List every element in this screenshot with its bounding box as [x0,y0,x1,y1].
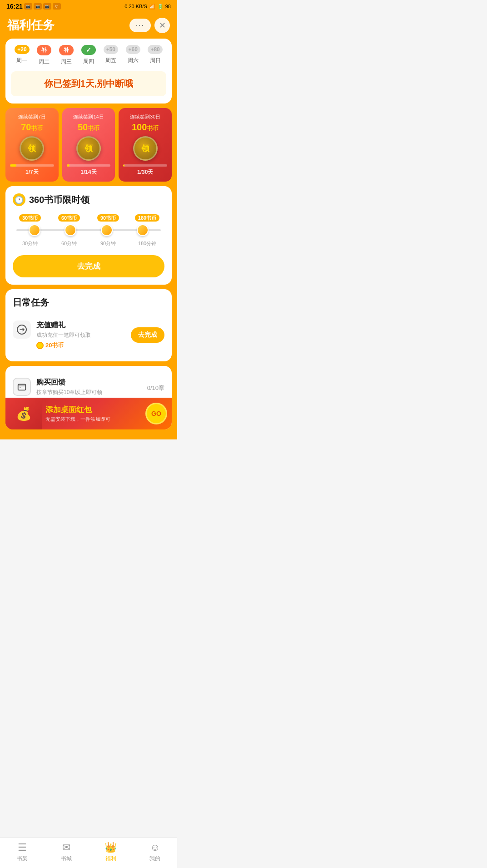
purchase-task-name: 购买回馈 [36,378,142,387]
reward-btn-30[interactable]: 领 [133,136,158,161]
recharge-action-button[interactable]: 去完成 [131,327,164,343]
reward-card-14-title: 连续签到14日 [73,113,104,120]
reward-cards: 连续签到7日 70书币 领 1/7天 连续签到14日 50书币 领 1/14天 [5,108,172,182]
reward-card-7-title: 连续签到7日 [18,113,46,120]
recharge-task-action: 去完成 [131,327,164,343]
track-label-4: 180分钟 [134,239,161,247]
status-left: 16:21 📷 📷 📷 🛡 [6,3,61,10]
money-icon: 💰 [16,406,32,421]
track-circle-2 [65,224,76,236]
reward-card-7[interactable]: 连续签到7日 70书币 领 1/7天 [5,108,59,182]
reward-progress-fill-30 [123,164,124,167]
day-label-thu: 周四 [83,58,94,65]
status-bar: 16:21 📷 📷 📷 🛡 0.20 KB/S 📶 🔋 98 [0,0,177,13]
banner-go-button[interactable]: GO [145,403,167,424]
day-badge-thu: ✓ [81,45,96,55]
recharge-task-reward: 20书币 [36,341,125,350]
day-item-fri: +50 周五 [99,45,122,64]
daily-section-title: 日常任务 [13,296,164,309]
day-badge-mon: +20 [15,45,29,54]
recharge-task-info: 充值赠礼 成功充值一笔即可领取 20书币 [36,321,125,350]
close-button[interactable]: ✕ [154,18,170,33]
purchase-task-desc: 按章节购买10章以上即可领 [36,389,142,396]
day-badge-wed: 补 [59,45,74,55]
go-complete-button[interactable]: 去完成 [13,255,164,277]
recharge-reward-amount: 20书币 [45,341,64,350]
track-point-3: 90书币 [94,213,122,222]
banner-main-text: 添加桌面红包 [45,404,142,415]
banner-sub-text: 无需安装下载，一件添加即可 [45,416,142,423]
page-wrapper: 16:21 📷 📷 📷 🛡 0.20 KB/S 📶 🔋 98 福利任务 ··· … [0,0,177,471]
purchase-section: 购买回馈 按章节购买10章以上即可领 0/10章 💰 添加桌面红包 无需安装下载… [5,366,172,429]
reward-btn-7[interactable]: 领 [20,136,44,161]
day-label-fri: 周五 [105,57,116,64]
battery-level: 98 [165,4,171,9]
recharge-task-desc: 成功充值一笔即可领取 [36,331,125,339]
app-icon-1: 📷 [24,3,32,10]
track-label-text-3: 90分钟 [100,241,116,246]
reward-card-14-coins: 50书币 [78,122,99,133]
track-circle-1 [29,224,40,236]
track-label-text-1: 30分钟 [22,241,38,246]
track-badge-3: 90书币 [97,214,119,222]
reward-btn-14[interactable]: 领 [76,136,101,161]
day-label-tue: 周二 [39,58,50,66]
day-item-thu: ✓ 周四 [78,45,100,65]
days-row: +20 周一 补 周二 补 周三 ✓ 周四 +50 周五 [11,45,166,66]
track-badge-2: 60书币 [58,214,80,222]
daily-section: 日常任务 充值赠礼 成功充值一笔即可领取 20书币 [5,289,172,361]
day-badge-tue: 补 [37,45,51,55]
day-item-wed: 补 周三 [55,45,78,66]
reward-card-30-days: 1/30天 [137,168,153,176]
reward-card-30-title: 连续签到30日 [130,113,160,120]
coin-icon [36,342,44,349]
track-circle-3 [101,224,113,236]
track-badges-row: 30书币 60书币 90书币 180书币 [16,213,161,222]
section-title: 🕐 360书币限时领 [13,193,164,206]
recharge-icon [13,321,31,339]
day-label-wed: 周三 [61,58,72,66]
purchase-task-progress: 0/10章 [147,384,164,392]
reward-card-14-days: 1/14天 [80,168,96,176]
reward-progress-fill-7 [10,164,16,167]
day-item-tue: 补 周二 [33,45,55,66]
purchase-icon [13,378,31,396]
task-item-recharge: 充值赠礼 成功充值一笔即可领取 20书币 去完成 [13,316,164,354]
page-title: 福利任务 [7,17,55,33]
more-button[interactable]: ··· [129,19,151,32]
day-item-sat: +60 周六 [122,45,144,64]
header: 福利任务 ··· ✕ [0,13,177,39]
track-label-1: 30分钟 [16,239,44,247]
reward-progress-bar-7 [10,164,54,167]
track-badge-4: 180书币 [135,214,159,222]
battery-icon: 🔋 [157,4,164,10]
status-time: 16:21 [6,3,23,10]
reward-progress-bar-14 [67,164,111,167]
day-label-sat: 周六 [128,57,139,64]
svg-rect-1 [18,385,26,390]
reward-card-30[interactable]: 连续签到30日 100书币 领 1/30天 [119,108,172,182]
purchase-task-info: 购买回馈 按章节购买10章以上即可领 [36,378,142,399]
day-badge-sat: +60 [126,45,140,54]
checkin-card: +20 周一 补 周二 补 周三 ✓ 周四 +50 周五 [5,39,172,104]
reward-card-14[interactable]: 连续签到14日 50书币 领 1/14天 [62,108,115,182]
status-right: 0.20 KB/S 📶 🔋 98 [124,4,171,10]
recharge-task-name: 充值赠礼 [36,321,125,330]
track-badge-1: 30书币 [19,214,41,222]
day-item-sun: +80 周日 [144,45,166,64]
app-icon-2: 📷 [34,3,42,10]
track-point-2: 60书币 [55,213,83,222]
day-label-mon: 周一 [16,57,27,64]
reward-card-7-days: 1/7天 [25,168,39,176]
track-point-4: 180书币 [134,213,161,222]
track-label-3: 90分钟 [94,239,122,247]
banner-text-area: 添加桌面红包 无需安装下载，一件添加即可 [42,404,145,423]
banner-overlay[interactable]: 💰 添加桌面红包 无需安装下载，一件添加即可 GO [5,398,172,429]
reward-card-7-coins: 70书币 [21,122,43,133]
svg-point-2 [20,387,20,388]
reward-progress-fill-14 [67,164,70,167]
time-section: 🕐 360书币限时领 30书币 60书币 90书币 [5,186,172,285]
day-badge-sun: +80 [148,45,162,54]
main-content: +20 周一 补 周二 补 周三 ✓ 周四 +50 周五 [0,39,177,439]
reward-progress-bar-30 [123,164,167,167]
